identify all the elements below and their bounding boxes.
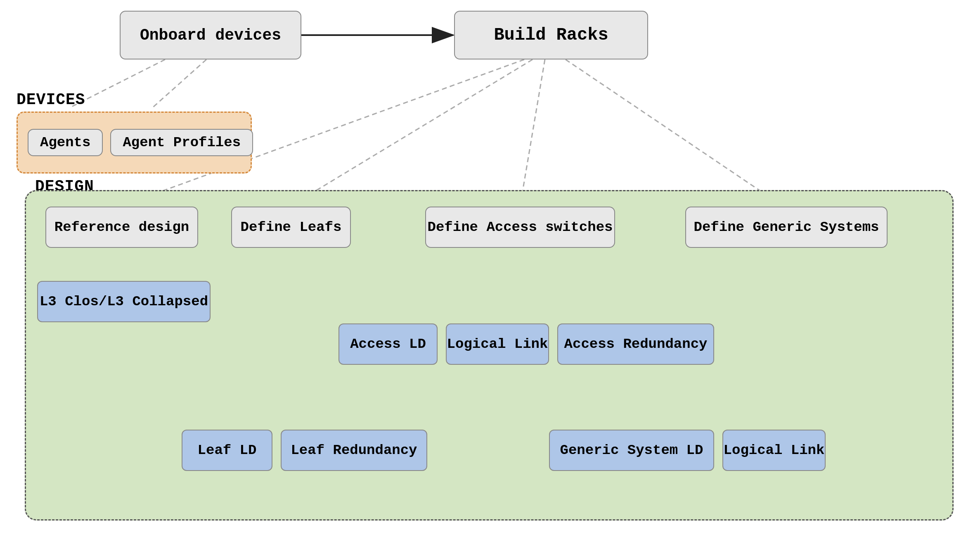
agents-node[interactable]: Agents xyxy=(28,129,103,156)
devices-box: Agents Agent Profiles xyxy=(17,112,252,174)
access-ld-node[interactable]: Access LD xyxy=(339,323,438,365)
leaf-ld-node[interactable]: Leaf LD xyxy=(182,430,272,471)
logical-link-generic-node[interactable]: Logical Link xyxy=(722,430,826,471)
define-leafs-node[interactable]: Define Leafs xyxy=(231,207,351,248)
generic-system-ld-node[interactable]: Generic System LD xyxy=(549,430,714,471)
devices-label: DEVICES xyxy=(17,91,85,109)
onboard-devices-node[interactable]: Onboard devices xyxy=(120,11,301,59)
logical-link-access-node[interactable]: Logical Link xyxy=(446,323,549,365)
buildrack-to-definegeneric-line xyxy=(566,59,782,206)
build-racks-node[interactable]: Build Racks xyxy=(454,11,648,59)
buildrack-to-defineleafs-line xyxy=(291,59,533,206)
leaf-redundancy-node[interactable]: Leaf Redundancy xyxy=(281,430,427,471)
reference-design-node[interactable]: Reference design xyxy=(45,207,198,248)
define-generic-node[interactable]: Define Generic Systems xyxy=(685,207,888,248)
define-access-node[interactable]: Define Access switches xyxy=(425,207,615,248)
onboard-to-agentprofiles-line xyxy=(153,59,206,107)
agent-profiles-node[interactable]: Agent Profiles xyxy=(110,129,253,156)
diagram: DEVICES Agents Agent Profiles Onboard de… xyxy=(0,0,980,542)
buildrack-to-defineaccess-line xyxy=(520,59,545,206)
access-redundancy-node[interactable]: Access Redundancy xyxy=(557,323,714,365)
l3clos-node[interactable]: L3 Clos/L3 Collapsed xyxy=(37,281,211,322)
